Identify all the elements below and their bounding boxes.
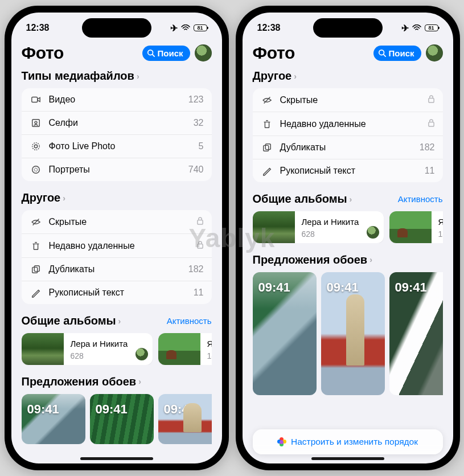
row-handwriting[interactable]: Рукописный текст 11 [253, 159, 443, 182]
row-portraits[interactable]: Портреты 740 [22, 158, 212, 181]
chevron-right-icon: › [118, 317, 121, 326]
wallpaper-tile[interactable]: 09:41 [158, 394, 212, 444]
search-label: Поиск [388, 48, 414, 58]
svg-rect-13 [34, 266, 39, 272]
page-title: Фото [253, 43, 295, 63]
svg-rect-20 [265, 144, 270, 150]
scroll-content[interactable]: Другое› Скрытые Недавно удаленные Дублик… [243, 69, 453, 446]
album-card[interactable]: Лера и Никита 628 [253, 211, 384, 243]
row-duplicates[interactable]: Дубликаты 182 [253, 136, 443, 159]
album-thumbnail [253, 211, 295, 243]
video-icon [30, 95, 42, 105]
profile-avatar[interactable] [426, 44, 443, 61]
search-button[interactable]: Поиск [142, 46, 190, 61]
battery-icon: 81 [194, 24, 207, 31]
wallpapers-header[interactable]: Предложения обоев› [253, 253, 443, 266]
screen-left: 12:38 ✈︎ 81 Фото Поиск Типы медиафайлов› [11, 13, 222, 463]
svg-point-4 [35, 121, 37, 124]
profile-avatar[interactable] [195, 44, 212, 61]
svg-line-1 [153, 55, 155, 57]
trash-icon [30, 241, 42, 251]
wallpapers-strip[interactable]: 09:41 09:41 09:41 [22, 394, 212, 444]
svg-rect-11 [197, 244, 202, 248]
album-card[interactable]: Лера и Никита 628 [22, 333, 153, 365]
row-recently-deleted[interactable]: Недавно удаленные [253, 112, 443, 136]
media-types-header[interactable]: Типы медиафайлов› [22, 69, 212, 83]
svg-rect-17 [428, 99, 433, 102]
svg-point-7 [32, 166, 39, 174]
screen-right: 12:38 ✈︎ 81 Фото Поиск Другое› [243, 13, 453, 463]
svg-point-5 [34, 145, 37, 147]
search-icon [378, 49, 386, 57]
scroll-content[interactable]: Типы медиафайлов› Видео 123 Селфи 32 Фот… [11, 69, 222, 463]
search-button[interactable]: Поиск [373, 46, 421, 61]
svg-rect-18 [428, 122, 433, 126]
wallpapers-header[interactable]: Предложения обоев› [22, 375, 212, 388]
chevron-right-icon: › [350, 195, 352, 204]
row-handwriting[interactable]: Рукописный текст 11 [22, 281, 212, 304]
row-video[interactable]: Видео 123 [22, 88, 212, 112]
wallpaper-tile[interactable]: 09:41 [90, 394, 154, 444]
chevron-right-icon: › [138, 377, 141, 386]
wifi-icon [412, 24, 421, 31]
status-time: 12:38 [257, 23, 281, 33]
lock-icon [196, 216, 204, 227]
page-title: Фото [22, 43, 64, 63]
album-card[interactable]: Яблык 18 [158, 333, 212, 365]
battery-icon: 81 [425, 24, 438, 31]
svg-rect-3 [32, 120, 39, 127]
wallpaper-tile[interactable]: 09:41 [389, 272, 443, 395]
status-time: 12:38 [26, 23, 50, 33]
other-header[interactable]: Другое› [253, 69, 443, 83]
row-hidden[interactable]: Скрытые [22, 210, 212, 234]
lock-icon [196, 240, 204, 251]
shared-albums-strip[interactable]: Лера и Никита 628 Яблык 18 [253, 211, 443, 243]
row-hidden[interactable]: Скрытые [253, 88, 443, 112]
wifi-icon [181, 24, 190, 31]
row-livephoto[interactable]: Фото Live Photo 5 [22, 135, 212, 158]
customize-button[interactable]: Настроить и изменить порядок [260, 437, 436, 447]
row-selfie[interactable]: Селфи 32 [22, 112, 212, 135]
shared-albums-header: Общие альбомы› Активность [253, 192, 443, 206]
svg-rect-2 [31, 97, 37, 102]
title-row: Фото Поиск [243, 43, 453, 68]
status-icons: ✈︎ 81 [401, 23, 438, 34]
other-card: Скрытые Недавно удаленные Дубликаты 182 … [22, 210, 212, 304]
livephoto-icon [30, 141, 42, 151]
album-thumbnail [158, 333, 200, 365]
pencil-icon [261, 166, 273, 176]
svg-point-8 [34, 168, 37, 171]
lock-icon [428, 95, 435, 105]
title-row: Фото Поиск [11, 43, 222, 68]
media-types-card: Видео 123 Селфи 32 Фото Live Photo 5 Пор… [22, 88, 212, 181]
dynamic-island [313, 18, 383, 38]
row-duplicates[interactable]: Дубликаты 182 [22, 258, 212, 281]
home-indicator [80, 457, 153, 460]
customize-bar: Настроить и изменить порядок [253, 429, 443, 454]
home-indicator [311, 457, 384, 460]
dynamic-island [82, 18, 151, 38]
row-recently-deleted[interactable]: Недавно удаленные [22, 234, 212, 258]
duplicate-icon [30, 264, 42, 274]
chevron-right-icon: › [369, 255, 372, 264]
other-card: Скрытые Недавно удаленные Дубликаты 182 … [253, 88, 443, 182]
duplicate-icon [261, 142, 273, 153]
shared-albums-strip[interactable]: Лера и Никита 628 Яблык 18 [22, 333, 212, 365]
activity-link[interactable]: Активность [167, 316, 212, 326]
other-header[interactable]: Другое› [22, 191, 212, 204]
svg-rect-19 [263, 145, 268, 151]
wallpaper-tile[interactable]: 09:41 [22, 394, 85, 444]
svg-point-6 [32, 143, 39, 150]
wallpaper-tile[interactable]: 09:41 [321, 272, 385, 395]
phone-left: 12:38 ✈︎ 81 Фото Поиск Типы медиафайлов› [5, 6, 229, 470]
wallpaper-tile[interactable]: 09:41 [253, 272, 317, 395]
pencil-icon [30, 288, 42, 298]
chevron-right-icon: › [63, 194, 65, 203]
album-card[interactable]: Яблык 18 [389, 211, 443, 243]
phone-right: 12:38 ✈︎ 81 Фото Поиск Другое› [236, 6, 460, 470]
activity-link[interactable]: Активность [398, 194, 443, 204]
airplane-icon: ✈︎ [170, 23, 178, 34]
svg-line-15 [384, 55, 386, 57]
wallpapers-strip[interactable]: 09:41 09:41 09:41 [253, 272, 443, 395]
airplane-icon: ✈︎ [401, 23, 409, 34]
